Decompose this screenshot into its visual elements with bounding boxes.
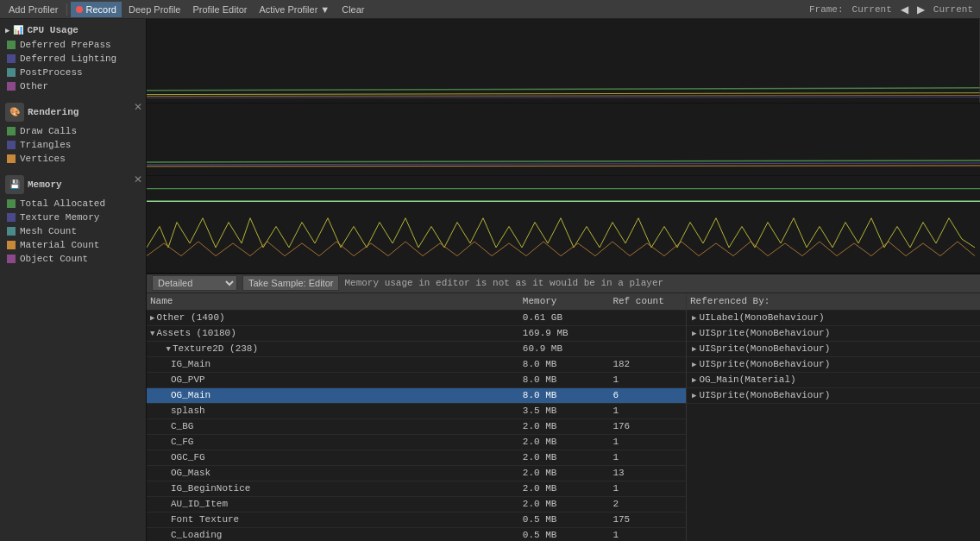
sidebar-item-deferred-lighting[interactable]: Deferred Lighting [0,52,146,66]
ref-item[interactable]: ▶ UISprite(MonoBehaviour) [687,357,980,373]
sidebar-item-deferred-prepass[interactable]: Deferred PrePass [0,38,146,52]
material-count-label: Material Count [20,240,99,250]
bottom-area: Detailed Simple Raw Hierarchy Take Sampl… [147,274,980,541]
current-frame-label: Current [849,4,895,15]
cell-memory-texture2d: 60.9 MB [519,343,610,354]
sidebar-rendering-header[interactable]: 🎨 Rendering ✕ [0,100,146,124]
record-button[interactable]: Record [71,2,121,17]
table-row-selected[interactable]: OG_Main 8.0 MB 6 [147,388,686,404]
ref-triangle: ▶ [692,375,696,385]
triangles-color [7,141,16,149]
cell-memory-ogc-fg: 2.0 MB [519,452,610,462]
frame-label: Frame: [806,4,847,15]
memory-close-button[interactable]: ✕ [134,174,142,185]
clear-button[interactable]: Clear [336,2,369,17]
sidebar-item-other[interactable]: Other [0,79,146,93]
cell-memory-ig-main: 8.0 MB [519,359,610,369]
sidebar-item-triangles[interactable]: Triangles [0,138,146,152]
cell-refcount-ig-beginnotice: 1 [609,483,686,494]
sidebar-cpu-header[interactable]: ▶ 📊 CPU Usage [0,22,146,38]
cell-refcount-og-pvp: 1 [609,374,686,385]
cpu-icon: 📊 [13,25,23,35]
sidebar-item-object-count[interactable]: Object Count [0,252,146,266]
mesh-count-label: Mesh Count [20,226,77,236]
sidebar-item-texture-memory[interactable]: Texture Memory [0,211,146,224]
deep-profile-button[interactable]: Deep Profile [123,2,186,17]
rendering-close-button[interactable]: ✕ [134,102,142,112]
ref-label: UISprite(MonoBehaviour) [699,390,830,400]
triangle-other: ▶ [150,313,154,323]
cell-name-og-pvp: OG_PVP [147,374,519,385]
draw-calls-color [7,127,16,135]
table-container: Name Memory Ref count ▶Other (1490) 0.61… [147,293,980,541]
cell-refcount-ig-main: 182 [609,359,686,369]
ref-item[interactable]: ▶ OG_Main(Material) [687,373,980,388]
sidebar-item-mesh-count[interactable]: Mesh Count [0,224,146,238]
sidebar-item-postprocess[interactable]: PostProcess [0,66,146,79]
cpu-graph-panel[interactable] [147,19,980,104]
sidebar-item-draw-calls[interactable]: Draw Calls [0,124,146,138]
add-profiler-button[interactable]: Add Profiler [3,2,63,17]
col-refcount-header: Ref count [609,296,686,306]
sidebar-item-material-count[interactable]: Material Count [0,238,146,252]
ref-item[interactable]: ▶ UILabel(MonoBehaviour) [687,311,980,326]
rendering-graph-panel[interactable] [147,104,980,176]
table-row[interactable]: OG_PVP 8.0 MB 1 [147,373,686,388]
cell-name-assets: ▼Assets (10180) [147,328,519,338]
rendering-label: Rendering [28,107,79,117]
ref-item[interactable]: ▶ UISprite(MonoBehaviour) [687,388,980,404]
cell-refcount-og-main: 6 [609,390,686,400]
table-row[interactable]: ▶Other (1490) 0.61 GB [147,311,686,326]
table-row[interactable]: C_Loading 0.5 MB 1 [147,528,686,541]
table-row[interactable]: C_FG 2.0 MB 1 [147,435,686,450]
ref-item[interactable]: ▶ UISprite(MonoBehaviour) [687,326,980,342]
take-sample-button[interactable]: Take Sample: Editor [242,275,339,291]
memory-graph-panel[interactable] [147,176,980,274]
sidebar-item-vertices[interactable]: Vertices [0,152,146,166]
cell-memory-other: 0.61 GB [519,312,610,323]
table-row[interactable]: IG_Main 8.0 MB 182 [147,357,686,373]
cell-memory-c-fg: 2.0 MB [519,437,610,447]
frame-prev-button[interactable]: ◀ [897,2,912,17]
table-row[interactable]: C_BG 2.0 MB 176 [147,419,686,435]
record-dot [76,6,83,13]
ref-triangle: ▶ [692,344,696,354]
cell-name-splash: splash [147,406,519,416]
cell-refcount-c-bg: 176 [609,421,686,431]
table-row[interactable]: ▼Assets (10180) 169.9 MB [147,326,686,342]
table-left: Name Memory Ref count ▶Other (1490) 0.61… [147,293,687,541]
table-row[interactable]: OGC_FG 2.0 MB 1 [147,450,686,466]
table-row[interactable]: Font Texture 0.5 MB 175 [147,513,686,528]
cell-refcount-au-id-item: 2 [609,499,686,509]
table-row[interactable]: OG_Mask 2.0 MB 13 [147,466,686,481]
table-row[interactable]: IG_BeginNotice 2.0 MB 1 [147,481,686,497]
cell-refcount-ogc-fg: 1 [609,452,686,462]
info-text: Memory usage in editor is not as it woul… [344,278,663,288]
cell-name-og-main: OG_Main [147,390,519,400]
object-count-color [7,255,16,263]
table-row[interactable]: AU_ID_Item 2.0 MB 2 [147,497,686,513]
bottom-toolbar: Detailed Simple Raw Hierarchy Take Sampl… [147,274,980,293]
sidebar-item-total-allocated[interactable]: Total Allocated [0,197,146,211]
sidebar-cpu-section: ▶ 📊 CPU Usage Deferred PrePass Deferred … [0,19,146,97]
frame-next-button[interactable]: ▶ [914,2,928,17]
table-row[interactable]: ▼Texture2D (238) 60.9 MB [147,342,686,357]
cell-memory-font-texture: 0.5 MB [519,514,610,525]
active-profiler-button[interactable]: Active Profiler ▼ [254,2,335,17]
memory-icon: 💾 [5,175,24,194]
cell-refcount-splash: 1 [609,406,686,416]
deferred-lighting-color [7,54,16,63]
profile-editor-button[interactable]: Profile Editor [188,2,253,17]
other-color [7,82,16,91]
draw-calls-label: Draw Calls [20,126,77,136]
texture-memory-label: Texture Memory [20,212,99,223]
cell-memory-og-main: 8.0 MB [519,390,610,400]
cell-name-c-fg: C_FG [147,437,519,447]
ref-item[interactable]: ▶ UISprite(MonoBehaviour) [687,342,980,357]
sidebar-memory-header[interactable]: 💾 Memory ✕ [0,173,146,197]
table-row[interactable]: splash 3.5 MB 1 [147,404,686,419]
cell-memory-au-id-item: 2.0 MB [519,499,610,509]
mode-select[interactable]: Detailed Simple Raw Hierarchy [152,275,237,291]
ref-label: UISprite(MonoBehaviour) [699,328,830,338]
cell-name-other: ▶Other (1490) [147,312,519,323]
